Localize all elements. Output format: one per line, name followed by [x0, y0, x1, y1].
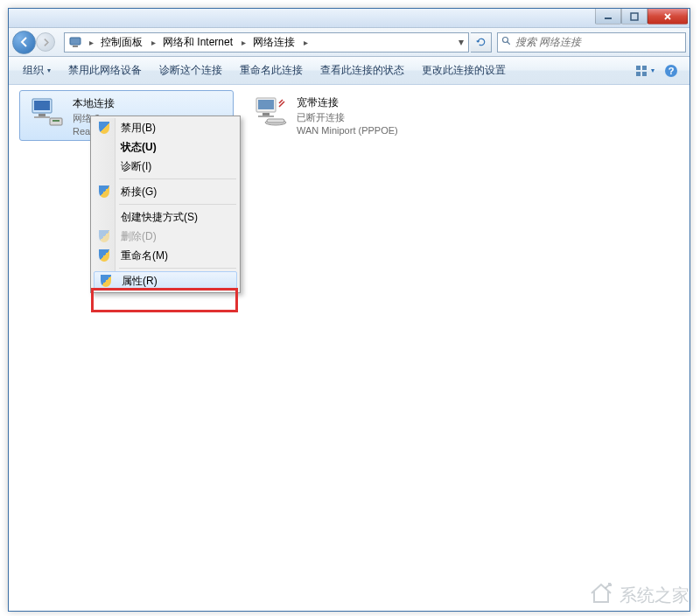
shield-icon	[97, 121, 111, 135]
chevron-icon[interactable]: ▸	[300, 38, 312, 47]
svg-rect-5	[636, 66, 640, 70]
menu-separator	[119, 268, 236, 269]
refresh-button[interactable]	[471, 32, 492, 52]
close-button[interactable]	[648, 9, 688, 24]
chevron-icon[interactable]: ▸	[238, 38, 249, 47]
diagnose-button[interactable]: 诊断这个连接	[150, 59, 231, 83]
breadcrumb[interactable]: ▸ 控制面板 ▸ 网络和 Internet ▸ 网络连接 ▸ ▾	[64, 32, 469, 52]
maximize-button[interactable]	[621, 9, 648, 24]
svg-point-4	[503, 37, 508, 42]
menu-status[interactable]: 状态(U)	[93, 137, 238, 157]
connection-title: 本地连接	[73, 96, 228, 111]
menu-shortcut[interactable]: 创建快捷方式(S)	[93, 207, 238, 227]
change-settings-button[interactable]: 更改此连接的设置	[413, 59, 514, 83]
svg-rect-19	[262, 113, 270, 116]
window-controls	[595, 9, 688, 24]
rename-connection-button[interactable]: 重命名此连接	[231, 59, 312, 83]
context-menu: 禁用(B) 状态(U) 诊断(I) 桥接(G) 创建快捷方式(S) 删除(D)	[90, 116, 241, 293]
shield-icon	[97, 185, 111, 199]
svg-rect-2	[70, 38, 80, 45]
breadcrumb-control-panel[interactable]: 控制面板	[97, 33, 148, 52]
minimize-button[interactable]	[595, 9, 621, 24]
menu-separator	[119, 204, 236, 205]
search-box[interactable]	[497, 32, 686, 52]
view-status-button[interactable]: 查看此连接的状态	[312, 59, 413, 83]
svg-rect-13	[38, 114, 46, 116]
address-dropdown-icon[interactable]: ▾	[452, 36, 468, 48]
svg-rect-8	[642, 72, 647, 76]
breadcrumb-network-internet[interactable]: 网络和 Internet	[159, 33, 238, 52]
svg-rect-1	[631, 13, 638, 20]
menu-rename[interactable]: 重命名(M)	[93, 246, 238, 265]
titlebar	[9, 9, 690, 28]
svg-rect-7	[636, 72, 640, 76]
menu-diagnose[interactable]: 诊断(I)	[93, 157, 238, 176]
connection-broadband[interactable]: 宽带连接 已断开连接 WAN Miniport (PPPOE)	[244, 90, 458, 139]
svg-rect-14	[34, 116, 50, 118]
ethernet-icon	[25, 94, 67, 131]
toolbar: 组织 禁用此网络设备 诊断这个连接 重命名此连接 查看此连接的状态 更改此连接的…	[9, 57, 690, 85]
shield-icon	[99, 274, 113, 288]
menu-separator	[119, 178, 236, 179]
svg-text:?: ?	[668, 66, 675, 76]
svg-rect-22	[267, 119, 284, 122]
search-icon	[498, 36, 515, 49]
svg-rect-3	[73, 46, 78, 47]
svg-rect-20	[258, 116, 274, 117]
nav-back-button[interactable]	[12, 31, 36, 54]
change-view-button[interactable]: ▾	[632, 59, 658, 83]
connection-status: 已断开连接	[297, 111, 453, 124]
svg-rect-16	[52, 120, 60, 122]
modem-icon	[249, 94, 291, 130]
svg-rect-6	[642, 66, 647, 70]
disable-device-button[interactable]: 禁用此网络设备	[60, 59, 150, 83]
search-input[interactable]	[515, 36, 685, 48]
breadcrumb-network-connections[interactable]: 网络连接	[249, 33, 300, 52]
menu-bridge[interactable]: 桥接(G)	[93, 182, 238, 201]
nav-forward-button[interactable]	[36, 32, 55, 52]
menu-properties[interactable]: 属性(R)	[94, 271, 237, 290]
connection-adapter: WAN Miniport (PPPOE)	[297, 125, 453, 136]
content-area: 本地连接 网络 3 Rea 宽带连接 已断开连接	[9, 85, 690, 611]
network-location-icon	[68, 35, 82, 49]
menu-delete: 删除(D)	[93, 227, 238, 246]
connection-title: 宽带连接	[297, 95, 453, 110]
svg-rect-18	[258, 100, 274, 109]
svg-rect-12	[34, 101, 50, 110]
svg-rect-0	[605, 18, 612, 19]
chevron-icon[interactable]: ▸	[148, 38, 159, 47]
shield-icon	[97, 229, 111, 243]
chevron-icon[interactable]: ▸	[86, 38, 97, 47]
menu-disable[interactable]: 禁用(B)	[93, 118, 238, 137]
organize-button[interactable]: 组织	[14, 59, 60, 83]
shield-icon	[97, 248, 111, 262]
window-frame: ▸ 控制面板 ▸ 网络和 Internet ▸ 网络连接 ▸ ▾ 组织 禁用此网…	[8, 8, 690, 612]
help-button[interactable]: ?	[658, 59, 684, 83]
addressbar: ▸ 控制面板 ▸ 网络和 Internet ▸ 网络连接 ▸ ▾	[9, 28, 690, 57]
